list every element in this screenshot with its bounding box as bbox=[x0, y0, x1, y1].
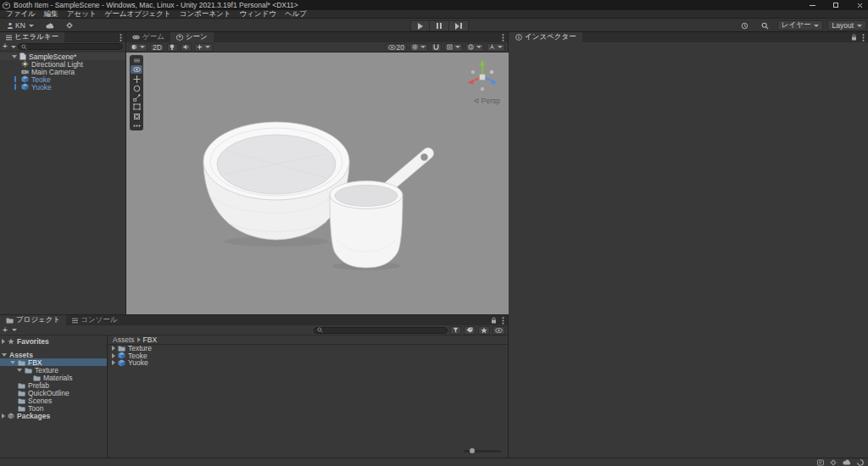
gizmos-dropdown[interactable] bbox=[487, 43, 505, 52]
layers-dropdown[interactable]: レイヤー bbox=[777, 20, 824, 31]
tab-console[interactable]: コンソール bbox=[66, 315, 123, 325]
foldout-arrow[interactable] bbox=[2, 413, 5, 419]
foldout-arrow[interactable] bbox=[112, 353, 115, 358]
step-button[interactable] bbox=[449, 20, 469, 31]
menu-edit[interactable]: 編集 bbox=[40, 9, 63, 19]
search-by-label-button[interactable] bbox=[464, 326, 476, 335]
prefab-marker bbox=[14, 84, 16, 90]
tab-hierarchy[interactable]: ヒエラルキー bbox=[0, 32, 64, 42]
rotate-tool-button[interactable] bbox=[131, 84, 142, 92]
layout-dropdown[interactable]: Layout bbox=[827, 20, 866, 31]
audio-toggle[interactable] bbox=[181, 43, 192, 52]
overlay-grip[interactable] bbox=[131, 56, 142, 64]
chevron-down-icon[interactable] bbox=[12, 329, 17, 331]
menu-assets[interactable]: アセット bbox=[63, 9, 101, 19]
menu-window[interactable]: ウィンドウ bbox=[235, 9, 281, 19]
pivot-icon bbox=[447, 44, 453, 50]
hierarchy-tab-bar: ヒエラルキー bbox=[0, 32, 125, 42]
console-status-icon[interactable] bbox=[817, 459, 824, 466]
breadcrumb-current[interactable]: FBX bbox=[143, 336, 158, 344]
tab-scene[interactable]: シーン bbox=[170, 32, 214, 42]
kebab-menu-icon[interactable] bbox=[502, 34, 504, 42]
zoom-slider-knob[interactable] bbox=[470, 448, 475, 453]
snap-toggle[interactable] bbox=[431, 43, 442, 52]
grid-visibility-dropdown[interactable] bbox=[409, 43, 428, 52]
minimize-button[interactable] bbox=[807, 0, 817, 10]
tree-item-materials[interactable]: Materials bbox=[0, 374, 107, 381]
tab-game[interactable]: ゲーム bbox=[126, 32, 170, 42]
handle-position-dropdown[interactable] bbox=[444, 43, 463, 52]
menu-component[interactable]: コンポーネント bbox=[175, 9, 236, 19]
kebab-menu-icon[interactable] bbox=[862, 34, 865, 42]
menu-help[interactable]: ヘルプ bbox=[281, 9, 311, 19]
scene-visibility-toggle[interactable]: 20 bbox=[386, 43, 407, 52]
foldout-arrow[interactable] bbox=[2, 353, 7, 357]
tree-item-packages[interactable]: Packages bbox=[0, 412, 107, 419]
foldout-arrow[interactable] bbox=[17, 369, 22, 372]
menu-file[interactable]: ファイル bbox=[2, 9, 40, 19]
tab-project[interactable]: プロジェクト bbox=[0, 315, 66, 325]
chevron-down-icon[interactable] bbox=[11, 46, 16, 48]
thumbnail-zoom-slider[interactable] bbox=[464, 450, 501, 452]
cache-server-icon[interactable] bbox=[830, 459, 837, 466]
file-item-yuoke[interactable]: Yuoke bbox=[108, 359, 508, 367]
folder-icon bbox=[18, 359, 25, 366]
tree-item-quickoutline[interactable]: QuickOutline bbox=[0, 389, 107, 397]
rect-tool-button[interactable] bbox=[131, 103, 142, 111]
progress-spinner-icon[interactable] bbox=[857, 459, 864, 466]
projection-label[interactable]: Persp bbox=[474, 97, 500, 105]
foldout-arrow[interactable] bbox=[2, 339, 5, 344]
scale-icon bbox=[133, 94, 141, 102]
tab-inspector[interactable]: インスペクター bbox=[509, 32, 582, 42]
file-item-texture[interactable]: Texture bbox=[108, 345, 508, 352]
lock-icon[interactable] bbox=[851, 34, 857, 41]
tree-item-scenes[interactable]: Scenes bbox=[0, 397, 107, 404]
orientation-gizmo[interactable] bbox=[463, 58, 502, 97]
search-by-type-button[interactable] bbox=[450, 326, 461, 335]
search-button[interactable] bbox=[757, 20, 773, 31]
lighting-toggle[interactable] bbox=[167, 43, 178, 52]
create-asset-button[interactable]: + bbox=[3, 327, 8, 334]
lock-icon[interactable] bbox=[491, 317, 497, 324]
file-item-teoke[interactable]: Teoke bbox=[108, 352, 508, 360]
account-dropdown[interactable]: KN bbox=[3, 20, 38, 31]
foldout-arrow[interactable] bbox=[12, 55, 17, 58]
hierarchy-item-teoke[interactable]: Teoke bbox=[0, 75, 125, 83]
custom-tool-button[interactable] bbox=[131, 121, 142, 130]
view-tool-button[interactable] bbox=[131, 65, 142, 74]
scene-viewport[interactable]: Persp bbox=[126, 53, 509, 314]
hierarchy-item-main-camera[interactable]: Main Camera bbox=[0, 68, 125, 75]
tree-item-toon[interactable]: Toon bbox=[0, 404, 107, 412]
menu-gameobject[interactable]: ゲームオブジェクト bbox=[101, 9, 175, 19]
folder-icon bbox=[18, 405, 25, 412]
project-search-input[interactable] bbox=[314, 327, 448, 334]
create-object-button[interactable]: + bbox=[3, 43, 8, 50]
transform-tool-button[interactable] bbox=[131, 112, 142, 120]
play-button[interactable] bbox=[410, 20, 430, 31]
scale-tool-button[interactable] bbox=[131, 93, 142, 102]
shading-mode-dropdown[interactable] bbox=[129, 43, 147, 52]
tree-item-favorites[interactable]: Favorites bbox=[0, 337, 107, 345]
cloud-button[interactable] bbox=[42, 20, 58, 31]
foldout-arrow[interactable] bbox=[10, 361, 15, 364]
breadcrumb-root[interactable]: Assets bbox=[113, 336, 135, 344]
services-button[interactable] bbox=[62, 20, 77, 31]
tree-item-assets[interactable]: Assets bbox=[0, 351, 107, 358]
pause-button[interactable] bbox=[430, 20, 449, 31]
hierarchy-search-input[interactable] bbox=[18, 43, 123, 50]
hierarchy-item-yuoke[interactable]: Yuoke bbox=[0, 83, 125, 91]
save-search-button[interactable] bbox=[478, 326, 490, 335]
kebab-menu-icon[interactable] bbox=[120, 34, 122, 42]
handle-rotation-dropdown[interactable] bbox=[465, 43, 484, 52]
cloud-status-icon[interactable] bbox=[843, 459, 851, 465]
undo-history-button[interactable] bbox=[737, 20, 753, 31]
2d-toggle[interactable]: 2D bbox=[150, 43, 164, 52]
move-tool-button[interactable] bbox=[131, 75, 142, 83]
effects-dropdown[interactable] bbox=[194, 43, 213, 52]
kebab-menu-icon[interactable] bbox=[502, 317, 504, 325]
foldout-arrow[interactable] bbox=[112, 346, 115, 351]
maximize-button[interactable] bbox=[831, 0, 841, 10]
hidden-packages-button[interactable] bbox=[492, 326, 505, 335]
close-button[interactable] bbox=[854, 0, 865, 10]
foldout-arrow[interactable] bbox=[112, 360, 115, 365]
